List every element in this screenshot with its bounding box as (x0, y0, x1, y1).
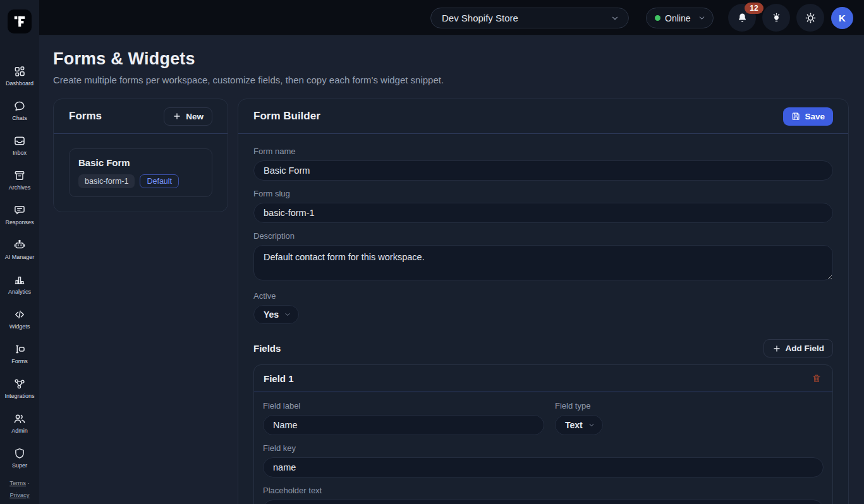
active-select-value: Yes (264, 309, 279, 320)
online-status-dot (655, 15, 660, 21)
user-avatar[interactable]: K (831, 7, 853, 29)
sidebar-item-label: Dashboard (6, 80, 33, 87)
field-type-label: Field type (555, 401, 603, 411)
footer-separator: · (28, 479, 30, 486)
sidebar-item-label: Forms (11, 358, 28, 364)
active-label: Active (253, 291, 833, 301)
field-type-select[interactable]: Text (555, 415, 603, 435)
trash-icon (812, 373, 822, 383)
field-card-header: Field 1 (254, 365, 832, 392)
sidebar-item-widgets[interactable]: Widgets (0, 308, 39, 330)
form-slug-badge: basic-form-1 (78, 174, 135, 188)
inbox-icon (13, 135, 26, 147)
responses-icon (13, 204, 26, 217)
new-form-button-label: New (186, 112, 204, 121)
chevron-down-icon (611, 14, 619, 23)
form-name-label: Form name (253, 147, 833, 156)
delete-field-button[interactable] (810, 372, 823, 385)
forms-panel-header: Forms New (54, 99, 228, 134)
sidebar-item-chats[interactable]: Chats (0, 100, 39, 121)
gear-icon (805, 12, 817, 24)
sidebar-footer: Terms · Privacy (0, 477, 39, 501)
sidebar-item-label: Archives (9, 184, 31, 191)
workspace-select[interactable]: Dev Shopify Store (430, 8, 629, 28)
dashboard-icon (13, 65, 26, 78)
bell-icon (736, 12, 748, 24)
save-button-label: Save (805, 112, 825, 121)
sidebar-item-inbox[interactable]: Inbox (0, 135, 39, 156)
form-builder-panel: Form Builder Save Form name Form slug (238, 99, 849, 504)
add-field-button-label: Add Field (786, 344, 825, 353)
placeholder-text-input[interactable] (263, 500, 824, 504)
form-name: Basic Form (78, 157, 203, 168)
sidebar-item-admin[interactable]: Admin (0, 412, 39, 434)
form-name-input[interactable] (253, 160, 833, 181)
chevron-down-icon (284, 311, 291, 318)
sidebar-item-analytics[interactable]: Analytics (0, 273, 39, 295)
plus-icon (772, 344, 781, 353)
field-label-input[interactable] (263, 415, 544, 435)
field-card-title: Field 1 (264, 373, 294, 384)
chat-bubble-icon (13, 100, 26, 112)
forms-panel-title: Forms (69, 110, 102, 123)
save-button[interactable]: Save (783, 107, 833, 126)
default-badge: Default (140, 174, 179, 188)
sidebar-item-label: Widgets (9, 323, 30, 330)
terms-link[interactable]: Terms (9, 479, 26, 486)
sidebar-item-label: Chats (12, 115, 27, 121)
field-label-label: Field label (263, 401, 544, 411)
field-key-input[interactable] (263, 457, 824, 477)
sidebar-item-responses[interactable]: Responses (0, 204, 39, 225)
settings-button[interactable] (796, 4, 824, 32)
sidebar-item-ai-manager[interactable]: AI Manager (0, 239, 39, 260)
page-title: Forms & Widgets (53, 49, 849, 69)
builder-panel-title: Form Builder (253, 110, 320, 123)
archive-icon (13, 169, 26, 182)
main-content: Forms & Widgets Create multiple forms pe… (39, 37, 864, 504)
sidebar-item-super[interactable]: Super (0, 447, 39, 469)
form-slug-label: Form slug (253, 189, 833, 198)
logo-f-icon (13, 15, 27, 28)
field-card: Field 1 Field label (253, 364, 833, 504)
sidebar-item-archives[interactable]: Archives (0, 169, 39, 191)
description-textarea[interactable]: Default contact form for this workspace. (253, 245, 833, 280)
sidebar-item-label: Responses (5, 219, 33, 225)
users-icon (13, 412, 26, 425)
add-field-button[interactable]: Add Field (764, 339, 834, 357)
theme-toggle-button[interactable] (762, 4, 790, 32)
page-subtitle: Create multiple forms per workspace, cus… (53, 75, 849, 85)
description-label: Description (253, 231, 833, 241)
privacy-link[interactable]: Privacy (9, 491, 29, 498)
sidebar-item-forms[interactable]: Forms (0, 343, 39, 364)
form-slug-input[interactable] (253, 203, 833, 223)
sidebar-item-label: Analytics (8, 289, 31, 295)
notification-count-badge: 12 (745, 3, 764, 14)
sidebar-item-label: Inbox (13, 150, 27, 156)
placeholder-text-label: Placeholder text (263, 486, 824, 495)
new-form-button[interactable]: New (164, 107, 212, 126)
sidebar-item-label: AI Manager (5, 254, 35, 260)
active-select[interactable]: Yes (253, 305, 299, 324)
form-list-item[interactable]: Basic Form basic-form-1 Default (69, 148, 212, 197)
topbar: Dev Shopify Store Online 12 K (39, 0, 864, 36)
field-key-label: Field key (263, 443, 824, 453)
sidebar-item-label: Super (12, 462, 27, 469)
bar-chart-icon (13, 273, 26, 286)
shield-icon (13, 447, 26, 460)
status-select[interactable]: Online (646, 8, 714, 28)
sidebar-item-dashboard[interactable]: Dashboard (0, 65, 39, 87)
sidebar-item-label: Integrations (4, 393, 34, 399)
builder-panel-header: Form Builder Save (238, 99, 848, 134)
app-logo[interactable] (8, 9, 32, 33)
forms-list-panel: Forms New Basic Form basic-form-1 Defaul… (53, 99, 228, 212)
sidebar: Dashboard Chats Inbox Archives (0, 0, 39, 504)
field-type-select-value: Text (565, 420, 583, 430)
plus-icon (173, 112, 181, 121)
sidebar-item-integrations[interactable]: Integrations (0, 378, 39, 399)
form-input-icon (13, 343, 26, 356)
fields-section-title: Fields (253, 343, 281, 354)
lightbulb-icon (770, 12, 782, 24)
robot-icon (13, 239, 26, 251)
save-icon (791, 112, 800, 121)
sidebar-nav: Dashboard Chats Inbox Archives (0, 65, 39, 482)
